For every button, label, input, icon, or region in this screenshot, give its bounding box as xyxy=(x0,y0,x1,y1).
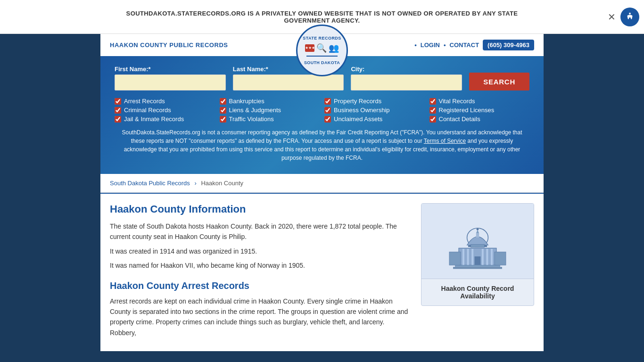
logo: STATE RECORDS ★★★ 🔍 👥 SOUTH DAKOTA xyxy=(296,25,348,76)
svg-rect-19 xyxy=(495,252,506,265)
first-name-group: First Name:* xyxy=(115,66,226,90)
checkbox-item: Business Ownership xyxy=(324,107,425,114)
section2-para1: Arrest records are kept on each individu… xyxy=(110,296,412,338)
terms-link[interactable]: Terms of Service xyxy=(424,138,466,144)
svg-rect-4 xyxy=(471,244,485,247)
checkbox-item: Contact Details xyxy=(429,115,530,123)
login-link[interactable]: LOGIN xyxy=(421,41,440,49)
first-name-input[interactable] xyxy=(115,74,226,90)
svg-rect-13 xyxy=(486,249,488,265)
checkbox-7[interactable] xyxy=(429,107,436,114)
checkbox-label-0: Arrest Records xyxy=(124,98,165,105)
checkbox-label-6: Business Ownership xyxy=(334,107,390,114)
svg-point-7 xyxy=(477,228,479,230)
checkbox-label-9: Traffic Violations xyxy=(229,115,274,123)
breadcrumb-current: Haakon County xyxy=(201,180,243,187)
svg-rect-5 xyxy=(476,233,479,238)
sidebar-card: Haakon County Record Availability xyxy=(421,203,534,306)
checkbox-item: Criminal Records xyxy=(115,107,215,114)
sidebar-caption: Haakon County Record Availability xyxy=(421,279,534,305)
section1-title: Haakon County Information xyxy=(110,203,412,215)
section1-para2: It was created in 1914 and was organized… xyxy=(110,246,412,256)
checkbox-item: Jail & Inmate Records xyxy=(115,115,215,123)
disclaimer: SouthDakota.StateRecords.org is not a co… xyxy=(115,128,529,162)
checkbox-item: Bankruptcies xyxy=(220,98,320,105)
svg-rect-14 xyxy=(491,249,493,265)
checkbox-2[interactable] xyxy=(324,98,331,105)
section1-para3: It was named for Haakon VII, who became … xyxy=(110,260,412,271)
site-title: HAAKON COUNTY PUBLIC RECORDS xyxy=(110,41,228,49)
city-input[interactable] xyxy=(351,74,462,90)
checkbox-label-11: Contact Details xyxy=(439,115,480,123)
accessibility-button[interactable] xyxy=(620,8,639,26)
checkbox-label-4: Criminal Records xyxy=(124,107,171,114)
building-image xyxy=(421,204,534,279)
svg-rect-17 xyxy=(453,267,502,269)
search-icon: 🔍 xyxy=(316,43,327,53)
first-name-label: First Name:* xyxy=(115,66,226,73)
city-label: City: xyxy=(351,66,462,73)
close-banner-button[interactable]: ✕ xyxy=(608,11,616,23)
checkbox-label-3: Vital Records xyxy=(439,98,475,105)
checkbox-3[interactable] xyxy=(429,98,436,105)
contact-link[interactable]: CONTACT xyxy=(450,41,479,49)
left-content: Haakon County Information The state of S… xyxy=(110,203,412,342)
checkbox-label-2: Property Records xyxy=(334,98,381,105)
svg-rect-16 xyxy=(455,265,500,267)
svg-rect-9 xyxy=(462,249,464,265)
checkbox-item: Traffic Violations xyxy=(220,115,320,123)
svg-rect-10 xyxy=(467,249,469,265)
checkbox-label-1: Bankruptcies xyxy=(229,98,264,105)
checkbox-9[interactable] xyxy=(220,116,226,123)
svg-rect-15 xyxy=(475,256,481,265)
city-group: City: xyxy=(351,66,462,90)
banner-text: SOUTHDAKOTA.STATERECORDS.ORG IS A PRIVAT… xyxy=(110,10,534,24)
checkbox-11[interactable] xyxy=(429,116,436,123)
breadcrumb-link[interactable]: South Dakota Public Records xyxy=(110,180,190,187)
svg-rect-11 xyxy=(471,249,473,265)
checkbox-item: Registered Licenses xyxy=(429,107,530,114)
checkbox-5[interactable] xyxy=(220,107,226,114)
checkbox-item: Liens & Judgments xyxy=(220,107,320,114)
checkbox-label-7: Registered Licenses xyxy=(439,107,495,114)
checkbox-label-5: Liens & Judgments xyxy=(229,107,281,114)
nav-right: • LOGIN • CONTACT (605) 309-4963 xyxy=(414,40,534,50)
checkbox-item: Vital Records xyxy=(429,98,530,105)
section1-para1: The state of South Dakota hosts Haakon C… xyxy=(110,221,412,242)
checkbox-item: Arrest Records xyxy=(115,98,215,105)
checkbox-item: Property Records xyxy=(324,98,425,105)
phone-badge: (605) 309-4963 xyxy=(483,40,534,50)
right-sidebar: Haakon County Record Availability xyxy=(421,203,534,342)
last-name-input[interactable] xyxy=(233,74,344,90)
checkbox-4[interactable] xyxy=(115,107,121,114)
logo-bottom-text: SOUTH DAKOTA xyxy=(304,60,340,65)
breadcrumb: South Dakota Public Records › Haakon Cou… xyxy=(100,174,544,193)
checkbox-6[interactable] xyxy=(324,107,331,114)
header-container: HAAKON COUNTY PUBLIC RECORDS STATE RECOR… xyxy=(100,34,544,351)
checkbox-label-8: Jail & Inmate Records xyxy=(124,115,184,123)
people-icon: 👥 xyxy=(329,43,339,53)
svg-rect-12 xyxy=(482,249,484,265)
checkboxes-row: Arrest RecordsBankruptciesProperty Recor… xyxy=(115,98,529,123)
checkbox-8[interactable] xyxy=(115,116,121,123)
search-button[interactable]: SEARCH xyxy=(469,73,529,90)
svg-rect-18 xyxy=(449,252,461,265)
checkbox-10[interactable] xyxy=(324,116,331,123)
section2-title: Haakon County Arrest Records xyxy=(110,280,412,291)
logo-top-text: STATE RECORDS xyxy=(303,36,341,41)
checkbox-0[interactable] xyxy=(115,98,121,105)
header: HAAKON COUNTY PUBLIC RECORDS STATE RECOR… xyxy=(100,34,544,56)
checkbox-label-10: Unclaimed Assets xyxy=(334,115,382,123)
logo-circle: STATE RECORDS ★★★ 🔍 👥 SOUTH DAKOTA xyxy=(296,25,348,76)
breadcrumb-separator: › xyxy=(194,180,196,187)
checkbox-1[interactable] xyxy=(220,98,226,105)
main-content: Haakon County Information The state of S… xyxy=(100,194,544,351)
checkbox-item: Unclaimed Assets xyxy=(324,115,425,123)
svg-point-0 xyxy=(629,12,631,14)
